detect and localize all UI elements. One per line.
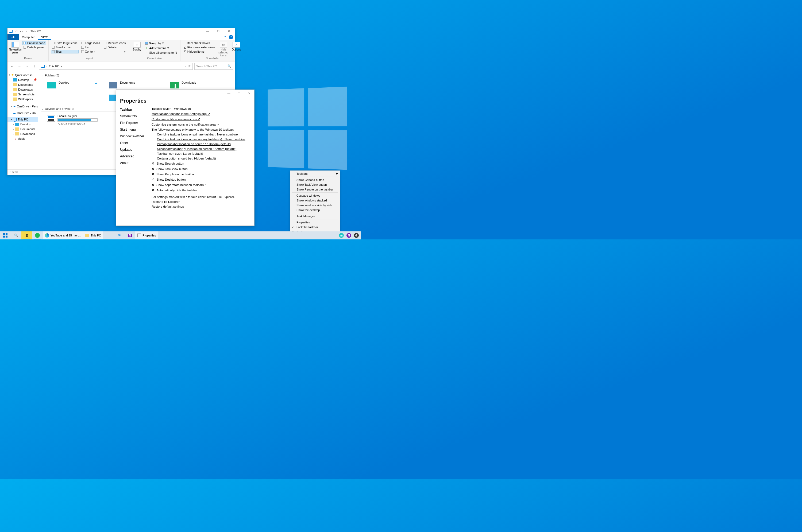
file-extensions-toggle[interactable]: ✓File name extensions [183,45,216,49]
ctx-task-manager[interactable]: Task Manager [290,214,340,218]
properties-qat-icon[interactable]: ▭ [19,29,23,33]
nav-desktop[interactable]: Desktop📌 [7,77,38,82]
taskbar[interactable]: 🔍 ▦ YouTube and 25 mor… This PC ✉ N Prop… [0,231,361,240]
hidden-items-toggle[interactable]: ✓Hidden items [183,50,216,54]
ctx-show-people[interactable]: Show People on the taskbar [290,187,340,192]
restart-explorer-link[interactable]: Restart File Explorer [152,200,250,203]
nav-wallpapers[interactable]: Wallpapers [7,97,38,101]
show-taskview-toggle[interactable]: ✕Show Task view button [152,167,250,171]
nav-onedrive-uni[interactable]: ▸☁OneDrive - Uni [7,110,38,115]
ctx-show-cortana[interactable]: Show Cortana button [290,177,340,182]
cortana-button-mode[interactable]: Cortana button should be : Hidden (defau… [152,157,250,160]
start-button[interactable] [0,231,11,240]
breadcrumb[interactable]: This PC [49,65,59,68]
recent-button[interactable]: ⌄ [24,63,30,69]
nav-screenshots[interactable]: Screenshots [7,92,38,97]
dropdown-icon[interactable]: ▾ [24,29,29,33]
explorer-titlebar[interactable]: ☑ ▭ ▾ This PC — ☐ ✕ [7,28,235,34]
pnav-advanced[interactable]: Advanced [120,154,147,158]
taskbar-sticky-notes[interactable]: ▦ [21,231,32,240]
search-box[interactable]: Search This PC 🔍 [194,63,233,70]
close-button[interactable]: ✕ [223,28,234,34]
maximize-button[interactable]: ☐ [213,28,223,34]
nav-downloads[interactable]: Downloads [7,87,38,92]
up-button[interactable]: ↑ [32,63,37,69]
show-desktop-toggle[interactable]: ✓Show Desktop button [152,178,250,182]
pnav-taskbar[interactable]: Taskbar [120,108,147,111]
nav-documents2[interactable]: ▸Documents [7,127,38,131]
nav-desktop2[interactable]: ▸Desktop [7,122,38,127]
taskbar-spotify[interactable] [32,231,43,240]
tray-icon-onenote[interactable]: N [347,233,351,238]
address-bar[interactable]: › This PC › ⌄ ⟳ [39,63,193,70]
size-columns-button[interactable]: ↔Size all columns to fit [144,51,178,55]
show-separators-toggle[interactable]: ✕Show separators between toolbars * [152,183,250,187]
pnav-updates[interactable]: Updates [120,148,147,152]
folder-downloads[interactable]: ⬇Downloads [170,81,221,89]
ctx-side-by-side[interactable]: Show windows side by side [290,203,340,208]
maximize-button[interactable]: ☐ [234,90,244,97]
ribbon-file-tab[interactable]: File [7,34,19,40]
sort-by-button[interactable]: ↕ Sort by [131,41,143,57]
quick-access-toolbar[interactable]: ☑ [14,29,18,33]
ctx-toolbars[interactable]: Toolbars▶ [290,171,340,176]
show-people-toggle[interactable]: ✕Show People on the taskbar [152,172,250,176]
icon-size[interactable]: Taskbar icon size : Large (default) [152,152,250,155]
quick-access-header[interactable]: ▾★Quick access [7,73,38,77]
show-search-toggle[interactable]: ✕Show Search button [152,162,250,165]
close-button[interactable]: ✕ [244,90,254,97]
hide-selected-button[interactable]: ◐ Hide selected items [218,41,229,57]
tray-icon-2[interactable]: G [354,233,359,238]
combine-primary[interactable]: Combine taskbar icons on primary taskbar… [152,133,250,136]
taskbar-onenote[interactable]: N [125,231,135,240]
combine-secondary[interactable]: Combine taskbar icons on secondary taskb… [152,138,250,141]
pnav-file-explorer[interactable]: File Explorer [120,121,147,125]
nav-this-pc[interactable]: ▾This PC [7,117,38,122]
primary-location[interactable]: Primary taskbar location on screen * : B… [152,142,250,146]
pnav-start-menu[interactable]: Start menu [120,128,147,131]
layout-list[interactable]: List [80,45,101,49]
taskbar-edge[interactable]: YouTube and 25 mor… [43,231,83,240]
preview-pane-button[interactable]: Preview pane [22,41,46,45]
folder-documents[interactable]: Documents [108,81,159,89]
minimize-button[interactable]: — [224,90,234,97]
ctx-show-desktop[interactable]: Show the desktop [290,208,340,212]
nav-music[interactable]: ▸♪Music [7,136,38,141]
drive-c[interactable]: Local Disk (C:) 77,5 GB free of 476 GB [47,114,97,125]
nav-downloads2[interactable]: ▸Downloads [7,131,38,136]
refresh-icon[interactable]: ⟳ [188,64,191,68]
layout-details[interactable]: Details [102,45,127,49]
options-button[interactable]: ✓ Options [231,41,242,57]
collapse-ribbon-icon[interactable]: ⌃ [223,35,227,39]
ctx-stacked[interactable]: Show windows stacked [290,198,340,203]
pnav-system-tray[interactable]: System tray [120,114,147,118]
tray-icon-1[interactable]: ◷ [339,233,344,238]
pnav-about[interactable]: About [120,161,147,165]
back-button[interactable]: ← [9,63,15,69]
ribbon-view-tab[interactable]: View [38,34,51,40]
autohide-toggle[interactable]: ✕Automatically hide the taskbar [152,188,250,192]
navigation-pane-button[interactable]: Navigation pane [10,41,21,57]
ribbon-computer-tab[interactable]: Computer [19,34,38,40]
details-pane-button[interactable]: Details pane [22,45,46,49]
forward-button[interactable]: → [17,63,22,69]
folder-desktop[interactable]: Desktop☁ [47,81,97,89]
layout-medium-icons[interactable]: Medium icons [102,41,127,45]
notif-icons-link[interactable]: Customize notification area icons ↗ [152,117,250,121]
taskbar-explorer[interactable]: This PC [83,231,103,240]
layout-more[interactable]: ▾ [102,50,127,54]
help-icon[interactable]: ? [229,35,233,39]
search-button[interactable]: 🔍 [11,231,21,240]
pnav-other[interactable]: Other [120,141,147,145]
ctx-properties[interactable]: Properties [290,220,340,225]
item-checkboxes-toggle[interactable]: Item check boxes [183,41,216,45]
taskbar-style-link[interactable]: Taskbar style * : Windows 10 [152,107,250,110]
layout-small-icons[interactable]: Small icons [51,45,79,49]
minimize-button[interactable]: — [202,28,213,34]
secondary-location[interactable]: Secondary taskbar(s) location on screen … [152,147,250,150]
layout-extra-large[interactable]: Extra large icons [51,41,79,45]
nav-onedrive-personal[interactable]: ▸☁OneDrive - Pers [7,104,38,109]
folders-group-header[interactable]: ⌄Folders (6) [41,73,164,78]
group-by-button[interactable]: Group by ▾ [144,41,178,45]
ctx-cascade[interactable]: Cascade windows [290,193,340,198]
